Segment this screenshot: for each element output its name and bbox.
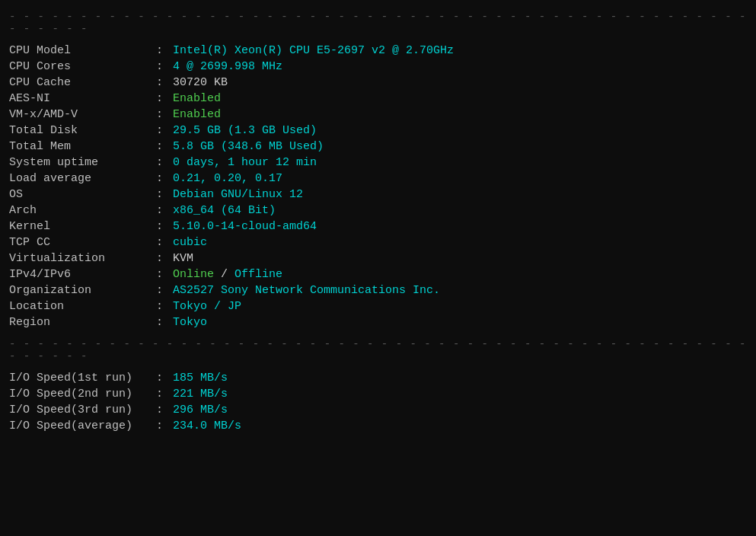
row-value: Tokyo: [173, 314, 747, 330]
top-divider: - - - - - - - - - - - - - - - - - - - - …: [9, 11, 747, 35]
row-value: KVM: [173, 250, 747, 266]
row-label: Virtualization: [9, 250, 146, 266]
row-value: 221 MB/s: [173, 386, 747, 402]
row-colon: :: [146, 139, 173, 155]
row-label: VM-x/AMD-V: [9, 107, 146, 123]
row-value: 4 @ 2699.998 MHz: [173, 59, 747, 75]
sysinfo-table: CPU Model : Intel(R) Xeon(R) CPU E5-2697…: [9, 43, 747, 330]
row-value: 29.5 GB (1.3 GB Used): [173, 123, 747, 139]
row-colon: :: [146, 75, 173, 91]
row-colon: :: [146, 266, 173, 282]
table-row: I/O Speed(3rd run) : 296 MB/s: [9, 402, 747, 418]
row-value: AS2527 Sony Network Communications Inc.: [173, 282, 747, 298]
table-row: Virtualization : KVM: [9, 250, 747, 266]
table-row: Total Disk : 29.5 GB (1.3 GB Used): [9, 123, 747, 139]
row-value: 5.8 GB (348.6 MB Used): [173, 139, 747, 155]
table-row: Location : Tokyo / JP: [9, 298, 747, 314]
row-value: x86_64 (64 Bit): [173, 203, 747, 219]
sysinfo-section: CPU Model : Intel(R) Xeon(R) CPU E5-2697…: [9, 40, 747, 333]
row-label: Load average: [9, 171, 146, 187]
table-row: Kernel : 5.10.0-14-cloud-amd64: [9, 219, 747, 234]
table-row: I/O Speed(2nd run) : 221 MB/s: [9, 386, 747, 402]
row-colon: :: [146, 155, 173, 171]
row-colon: :: [146, 370, 173, 386]
row-label: I/O Speed(3rd run): [9, 402, 146, 418]
row-value: 234.0 MB/s: [173, 418, 747, 434]
table-row: I/O Speed(1st run) : 185 MB/s: [9, 370, 747, 386]
table-row: IPv4/IPv6 : Online / Offline: [9, 266, 747, 282]
row-label: Region: [9, 314, 146, 330]
row-colon: :: [146, 203, 173, 219]
row-label: CPU Cores: [9, 59, 146, 75]
row-label: I/O Speed(average): [9, 418, 146, 434]
row-colon: :: [146, 402, 173, 418]
table-row: I/O Speed(average) : 234.0 MB/s: [9, 418, 747, 434]
row-value: Tokyo / JP: [173, 298, 747, 314]
row-value: Debian GNU/Linux 12: [173, 187, 747, 203]
row-value: Online / Offline: [173, 266, 747, 282]
row-label: CPU Cache: [9, 75, 146, 91]
row-colon: :: [146, 219, 173, 234]
table-row: CPU Cache : 30720 KB: [9, 75, 747, 91]
row-value: 5.10.0-14-cloud-amd64: [173, 219, 747, 234]
row-colon: :: [146, 250, 173, 266]
row-colon: :: [146, 123, 173, 139]
row-colon: :: [146, 187, 173, 203]
row-value: Enabled: [173, 91, 747, 107]
row-colon: :: [146, 418, 173, 434]
row-value: 296 MB/s: [173, 402, 747, 418]
row-label: Total Disk: [9, 123, 146, 139]
row-label: AES-NI: [9, 91, 146, 107]
table-row: CPU Cores : 4 @ 2699.998 MHz: [9, 59, 747, 75]
row-value: Enabled: [173, 107, 747, 123]
row-colon: :: [146, 107, 173, 123]
row-label: Arch: [9, 203, 146, 219]
row-label: CPU Model: [9, 43, 146, 59]
row-colon: :: [146, 43, 173, 59]
iospeed-table: I/O Speed(1st run) : 185 MB/sI/O Speed(2…: [9, 370, 747, 434]
table-row: Total Mem : 5.8 GB (348.6 MB Used): [9, 139, 747, 155]
row-colon: :: [146, 171, 173, 187]
row-label: I/O Speed(1st run): [9, 370, 146, 386]
table-row: Load average : 0.21, 0.20, 0.17: [9, 171, 747, 187]
table-row: CPU Model : Intel(R) Xeon(R) CPU E5-2697…: [9, 43, 747, 59]
row-label: Kernel: [9, 219, 146, 234]
row-label: TCP CC: [9, 234, 146, 250]
row-label: OS: [9, 187, 146, 203]
row-value: cubic: [173, 234, 747, 250]
row-colon: :: [146, 386, 173, 402]
row-value: 0.21, 0.20, 0.17: [173, 171, 747, 187]
row-label: System uptime: [9, 155, 146, 171]
table-row: Arch : x86_64 (64 Bit): [9, 203, 747, 219]
middle-divider: - - - - - - - - - - - - - - - - - - - - …: [9, 338, 747, 362]
row-value: 30720 KB: [173, 75, 747, 91]
row-label: Location: [9, 298, 146, 314]
row-colon: :: [146, 282, 173, 298]
row-colon: :: [146, 234, 173, 250]
table-row: TCP CC : cubic: [9, 234, 747, 250]
row-colon: :: [146, 314, 173, 330]
row-label: I/O Speed(2nd run): [9, 386, 146, 402]
row-value: Intel(R) Xeon(R) CPU E5-2697 v2 @ 2.70GH…: [173, 43, 747, 59]
row-colon: :: [146, 59, 173, 75]
table-row: System uptime : 0 days, 1 hour 12 min: [9, 155, 747, 171]
table-row: Region : Tokyo: [9, 314, 747, 330]
iospeed-section: I/O Speed(1st run) : 185 MB/sI/O Speed(2…: [9, 367, 747, 437]
table-row: VM-x/AMD-V : Enabled: [9, 107, 747, 123]
row-value: 185 MB/s: [173, 370, 747, 386]
row-label: Total Mem: [9, 139, 146, 155]
row-label: IPv4/IPv6: [9, 266, 146, 282]
table-row: Organization : AS2527 Sony Network Commu…: [9, 282, 747, 298]
table-row: OS : Debian GNU/Linux 12: [9, 187, 747, 203]
row-colon: :: [146, 298, 173, 314]
table-row: AES-NI : Enabled: [9, 91, 747, 107]
row-label: Organization: [9, 282, 146, 298]
row-value: 0 days, 1 hour 12 min: [173, 155, 747, 171]
row-colon: :: [146, 91, 173, 107]
